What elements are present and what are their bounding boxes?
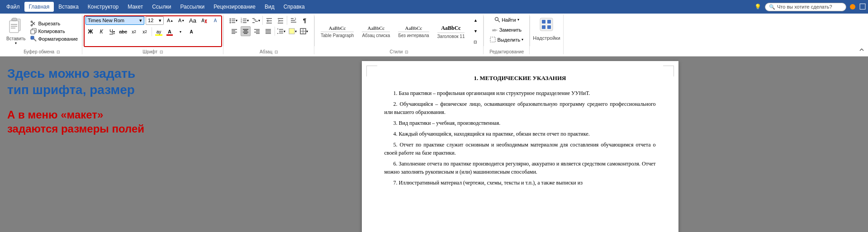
font-color-dropdown[interactable]: ▾ bbox=[175, 27, 185, 37]
font-name-select[interactable]: Times New Rom ▾ bbox=[85, 16, 144, 25]
svg-rect-72 bbox=[547, 20, 551, 24]
find-icon bbox=[494, 17, 500, 23]
ribbon: Вставить ▾ Вырезать bbox=[0, 14, 868, 57]
page-corner-tl bbox=[366, 66, 377, 76]
nadstroyki-icon[interactable] bbox=[537, 15, 555, 33]
clear-format-button[interactable]: A bbox=[199, 15, 209, 25]
style-heading11[interactable]: AaBbCc Заголовок 11 bbox=[434, 22, 468, 41]
font-size-select[interactable]: 12 ▾ bbox=[146, 16, 164, 25]
shading-button[interactable]: ▾ bbox=[288, 26, 298, 36]
strikethrough-button[interactable]: abc bbox=[118, 27, 128, 37]
bullet-dropdown: ▾ bbox=[236, 19, 237, 23]
style-table-paragraph[interactable]: AaBbCc Table Paragraph bbox=[318, 23, 357, 40]
copy-button[interactable]: Копировать bbox=[29, 28, 79, 35]
menu-mailings[interactable]: Рассылки bbox=[175, 2, 209, 12]
menu-view[interactable]: Вид bbox=[260, 2, 279, 12]
format-divider bbox=[152, 27, 152, 36]
styles-down-button[interactable]: ▼ bbox=[470, 26, 480, 36]
style-no-spacing[interactable]: AaBbCc Без интервала bbox=[395, 23, 432, 40]
para-divider3 bbox=[275, 27, 275, 36]
font-expand[interactable]: ⊡ bbox=[160, 50, 163, 54]
styles-up-button[interactable]: ▲ bbox=[470, 15, 480, 25]
clipboard-group-content: Вставить ▾ Вырезать bbox=[5, 15, 79, 53]
select-icon bbox=[490, 37, 496, 43]
paste-icon bbox=[8, 17, 24, 36]
show-formatting-button[interactable]: ¶ bbox=[300, 15, 310, 25]
borders-dropdown: ▾ bbox=[306, 29, 308, 33]
nadstroyki-label: Надстройки bbox=[533, 35, 560, 41]
search-box[interactable]: 🔍 Что вы хотите сделать? bbox=[765, 3, 846, 11]
highlight-color-button[interactable]: ay bbox=[154, 27, 164, 37]
paragraph-label: Абзац ⊡ bbox=[224, 49, 314, 54]
sort-button[interactable] bbox=[289, 15, 299, 25]
cut-button[interactable]: Вырезать bbox=[29, 20, 79, 27]
doc-para-2: 2. Обучающийся – физическое лицо, осваив… bbox=[384, 100, 656, 116]
align-right-button[interactable] bbox=[252, 26, 262, 36]
ribbon-collapse-button[interactable] bbox=[859, 14, 866, 54]
borders-button[interactable]: ▾ bbox=[299, 26, 309, 36]
align-right-icon bbox=[254, 28, 260, 34]
underline-button[interactable]: Ч ▾ bbox=[107, 27, 117, 37]
svg-rect-11 bbox=[31, 30, 35, 34]
editing-group-content: Найти ▾ ab → Заменить Выделить ▾ bbox=[487, 15, 526, 53]
menu-home[interactable]: Главная bbox=[24, 2, 54, 12]
replace-button[interactable]: ab → Заменить bbox=[489, 25, 525, 34]
font-color-button[interactable]: A bbox=[165, 27, 175, 37]
para-divider1 bbox=[262, 16, 263, 25]
subscript-button[interactable]: x2 bbox=[129, 27, 139, 37]
style-list-paragraph[interactable]: AaBbCc Абзац списка bbox=[359, 23, 393, 40]
document-page: 1. МЕТОДИЧЕСКИЕ УКАЗАНИЯ 1. База практик… bbox=[362, 61, 678, 232]
align-left-icon bbox=[231, 28, 237, 34]
align-left-button[interactable] bbox=[229, 26, 239, 36]
superscript-button[interactable]: x2 bbox=[140, 27, 150, 37]
increase-indent-button[interactable] bbox=[275, 15, 285, 25]
menu-links[interactable]: Ссылки bbox=[147, 2, 175, 12]
numbered-list-button[interactable]: 1. 2. 3. ▾ bbox=[240, 15, 250, 25]
decrease-indent-icon bbox=[266, 17, 272, 24]
menu-file[interactable]: Файл bbox=[2, 2, 24, 12]
styles-expand[interactable]: ⊡ bbox=[405, 50, 408, 54]
menu-help[interactable]: Справка bbox=[279, 2, 309, 12]
orange-dot bbox=[850, 4, 855, 9]
paste-dropdown-icon: ▾ bbox=[15, 41, 17, 45]
justify-button[interactable] bbox=[263, 26, 273, 36]
menu-constructor[interactable]: Конструктор bbox=[83, 2, 123, 12]
line-spacing-icon bbox=[277, 28, 284, 34]
increase-indent-icon bbox=[277, 17, 284, 24]
styles-label: Стили ⊡ bbox=[315, 49, 483, 54]
paste-button[interactable]: Вставить ▾ bbox=[5, 16, 27, 46]
change-case-button[interactable]: Aa bbox=[188, 15, 198, 25]
svg-rect-70 bbox=[540, 18, 553, 31]
text-shading-button[interactable]: A bbox=[186, 27, 196, 37]
decrease-indent-button[interactable] bbox=[264, 15, 274, 25]
font-dropdown-icon: ▾ bbox=[139, 18, 142, 24]
menu-layout[interactable]: Макет bbox=[123, 2, 147, 12]
italic-button[interactable]: К bbox=[96, 27, 106, 37]
multilevel-list-button[interactable]: ▾ bbox=[251, 15, 261, 25]
text-effects-button[interactable]: A bbox=[210, 15, 220, 25]
svg-rect-73 bbox=[542, 25, 545, 29]
increase-font-button[interactable]: A▲ bbox=[165, 15, 175, 25]
bold-button[interactable]: Ж bbox=[85, 27, 95, 37]
align-center-button[interactable] bbox=[241, 26, 251, 36]
doc-para-1: 1. База практики – профильная организаци… bbox=[384, 89, 656, 97]
paragraph-expand[interactable]: ⊡ bbox=[275, 50, 278, 54]
clipboard-expand[interactable]: ⊡ bbox=[57, 50, 60, 54]
decrease-font-button[interactable]: A▼ bbox=[176, 15, 186, 25]
doc-para-4: 4. Каждый обучающийся, находящийся на пр… bbox=[384, 130, 656, 138]
bullet-list-button[interactable]: ▾ bbox=[228, 15, 238, 25]
ribbon-content: Вставить ▾ Вырезать bbox=[0, 14, 868, 56]
scissors-icon bbox=[30, 20, 37, 27]
chat-icon[interactable]: ☐ bbox=[859, 2, 866, 12]
search-icon: 🔍 bbox=[769, 4, 775, 10]
find-button[interactable]: Найти ▾ bbox=[491, 15, 522, 24]
menu-insert[interactable]: Вставка bbox=[54, 2, 83, 12]
line-spacing-button[interactable]: ▾ bbox=[276, 26, 286, 36]
replace-icon: ab → bbox=[492, 27, 498, 33]
editing-group: Найти ▾ ab → Заменить Выделить ▾ bbox=[484, 14, 530, 54]
styles-more-button[interactable]: ⊡ bbox=[470, 37, 480, 47]
menu-review[interactable]: Рецензирование bbox=[209, 2, 260, 12]
select-button[interactable]: Выделить ▾ bbox=[487, 35, 526, 44]
annotation-body: А в меню «макет» задаются размеры полей bbox=[7, 108, 165, 136]
format-painter-button[interactable]: Форматирование bbox=[29, 35, 79, 43]
